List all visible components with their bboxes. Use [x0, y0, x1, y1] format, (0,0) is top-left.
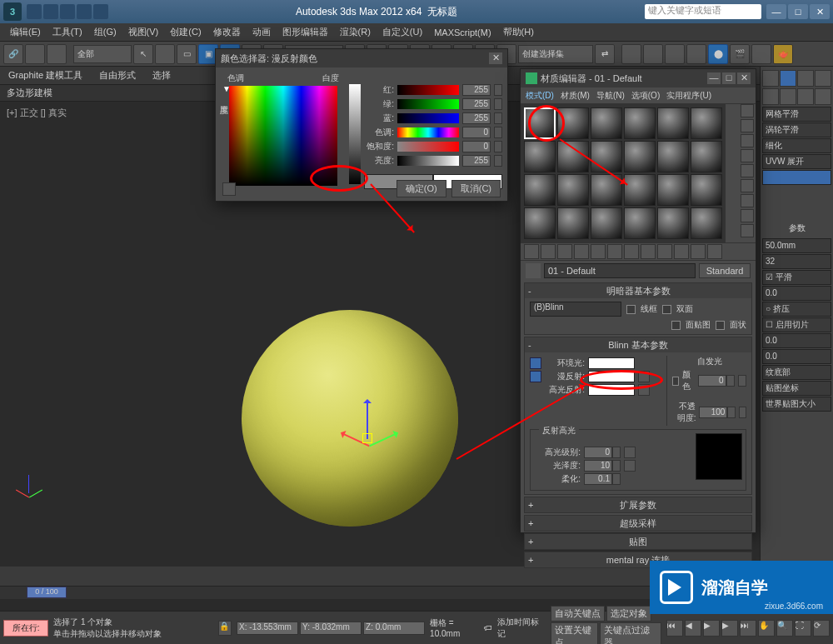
modifier-item[interactable]: UVW 展开 — [762, 154, 831, 169]
panel-tab-modify[interactable] — [780, 70, 796, 87]
zoom-icon[interactable]: 🔍 — [776, 620, 793, 637]
material-slot[interactable] — [524, 207, 556, 239]
material-name-input[interactable]: 01 - Default — [544, 263, 696, 278]
coord-x-input[interactable]: X: -13.553mm — [237, 622, 298, 635]
add-time-tag[interactable]: 添加时间标记 — [497, 617, 541, 640]
options-icon[interactable] — [741, 194, 754, 207]
material-slot[interactable] — [524, 141, 556, 172]
qat-save-icon[interactable] — [43, 4, 58, 19]
shader-dropdown[interactable]: (B)Blinn — [530, 302, 621, 317]
mat-menu-navigation[interactable]: 导航(N) — [596, 90, 625, 102]
material-slot[interactable] — [557, 141, 589, 172]
material-slot[interactable] — [657, 141, 689, 172]
material-slot[interactable] — [624, 207, 656, 239]
mirror-icon[interactable]: ⇄ — [595, 44, 615, 64]
qat-open-icon[interactable] — [27, 4, 42, 19]
opacity-input[interactable]: 100 — [699, 407, 727, 418]
panel-tab-utilities[interactable] — [780, 88, 796, 105]
param-row[interactable]: 贴图坐标 — [762, 381, 831, 396]
curve-editor-icon[interactable] — [665, 44, 685, 64]
modifier-item[interactable]: 涡轮平滑 — [762, 122, 831, 137]
dialog-minimize-icon[interactable]: ― — [707, 72, 721, 84]
green-input[interactable]: 255 — [462, 98, 491, 110]
param-row[interactable]: 50.0mm — [762, 238, 831, 253]
modifier-stack-selected[interactable] — [762, 170, 831, 185]
time-slider-thumb[interactable]: 0 / 100 — [27, 587, 67, 598]
param-row[interactable]: 0.0 — [762, 333, 831, 348]
sample-uv-icon[interactable] — [741, 149, 754, 162]
param-row[interactable]: ☑ 平滑 — [762, 270, 831, 285]
param-row[interactable]: 0.0 — [762, 349, 831, 364]
material-slot[interactable] — [591, 107, 622, 139]
prev-frame-icon[interactable]: ◀ — [685, 620, 701, 637]
spinner-icon[interactable] — [612, 473, 621, 485]
ambient-lock-icon[interactable] — [530, 357, 541, 369]
gloss-input[interactable]: 10 — [584, 460, 612, 472]
self-illum-map-button[interactable] — [738, 375, 746, 387]
material-slot[interactable] — [591, 174, 622, 206]
reset-map-icon[interactable] — [574, 244, 589, 259]
self-illum-input[interactable]: 0 — [698, 375, 726, 387]
dialog-restore-icon[interactable]: □ — [722, 72, 736, 84]
spinner-icon[interactable] — [494, 155, 502, 167]
twosided-checkbox[interactable] — [662, 305, 671, 314]
auto-key-button[interactable]: 自动关键点 — [551, 606, 605, 622]
material-slot[interactable] — [657, 107, 689, 139]
mat-menu-options[interactable]: 选项(O) — [631, 90, 660, 102]
make-unique-icon[interactable] — [607, 244, 622, 259]
panel-tab-motion[interactable] — [815, 70, 831, 87]
material-slot[interactable] — [524, 174, 556, 206]
spinner-icon[interactable] — [612, 447, 621, 458]
red-slider[interactable] — [397, 85, 459, 95]
diffuse-color-swatch[interactable] — [588, 371, 635, 382]
material-slot[interactable] — [524, 107, 556, 139]
go-sibling-icon[interactable] — [707, 244, 722, 259]
show-end-icon[interactable] — [674, 244, 689, 259]
value-slider[interactable] — [349, 84, 361, 184]
qat-undo-icon[interactable] — [60, 4, 75, 19]
minimize-button[interactable]: ― — [766, 4, 786, 19]
dialog-close-icon[interactable]: ✕ — [737, 72, 751, 84]
specular-color-swatch[interactable] — [588, 384, 635, 396]
mat-id-icon[interactable] — [641, 244, 656, 259]
self-illum-color-checkbox[interactable] — [672, 377, 679, 386]
put-to-lib-icon[interactable] — [624, 244, 639, 259]
zoom-extents-icon[interactable]: ⛶ — [795, 620, 811, 637]
mat-menu-material[interactable]: 材质(M) — [561, 90, 590, 102]
sel-set-field[interactable]: 选定对象 — [606, 606, 651, 622]
param-row[interactable]: 纹底部 — [762, 365, 831, 380]
select-name-icon[interactable] — [155, 44, 175, 64]
rollout-params-header[interactable]: 参数 — [762, 219, 831, 237]
select-by-mat-icon[interactable] — [741, 209, 754, 222]
ribbon-tab-freeform[interactable]: 自由形式 — [99, 69, 136, 82]
hue-slider[interactable] — [397, 127, 459, 137]
material-slot[interactable] — [557, 174, 589, 206]
panel-tab-hierarchy[interactable] — [797, 70, 814, 87]
backlight-icon[interactable] — [741, 119, 754, 132]
qat-redo-icon[interactable] — [77, 4, 92, 19]
ambient-color-swatch[interactable] — [588, 357, 635, 369]
key-filters-button[interactable]: 关键点过滤器... — [600, 622, 661, 645]
qat-more-icon[interactable] — [93, 4, 108, 19]
val-input[interactable]: 255 — [462, 155, 491, 167]
green-slider[interactable] — [397, 99, 459, 109]
material-slot[interactable] — [691, 141, 722, 172]
ok-button[interactable]: 确定(O) — [397, 180, 446, 197]
goto-end-icon[interactable]: ⏭ — [740, 620, 756, 637]
menu-modifiers[interactable]: 修改器 — [208, 24, 246, 40]
spinner-icon[interactable] — [494, 84, 502, 96]
rollout-extended-header[interactable]: +扩展参数 — [525, 497, 751, 512]
mat-menu-utilities[interactable]: 实用程序(U) — [666, 90, 711, 102]
bind-icon[interactable] — [47, 44, 67, 64]
pan-icon[interactable]: ✋ — [758, 620, 775, 637]
show-in-vp-icon[interactable] — [657, 244, 672, 259]
coord-z-input[interactable]: Z: 0.0mm — [363, 622, 425, 635]
rollout-shader-header[interactable]: -明暗器基本参数 — [525, 283, 751, 298]
material-slot[interactable] — [624, 107, 656, 139]
modifier-item[interactable]: 网格平滑 — [762, 107, 831, 122]
unlink-icon[interactable] — [25, 44, 45, 64]
menu-help[interactable]: 帮助(H) — [498, 24, 539, 40]
pick-material-icon[interactable] — [526, 263, 541, 278]
val-slider[interactable] — [397, 156, 459, 166]
ribbon-tab-graphite[interactable]: Graphite 建模工具 — [8, 69, 82, 82]
